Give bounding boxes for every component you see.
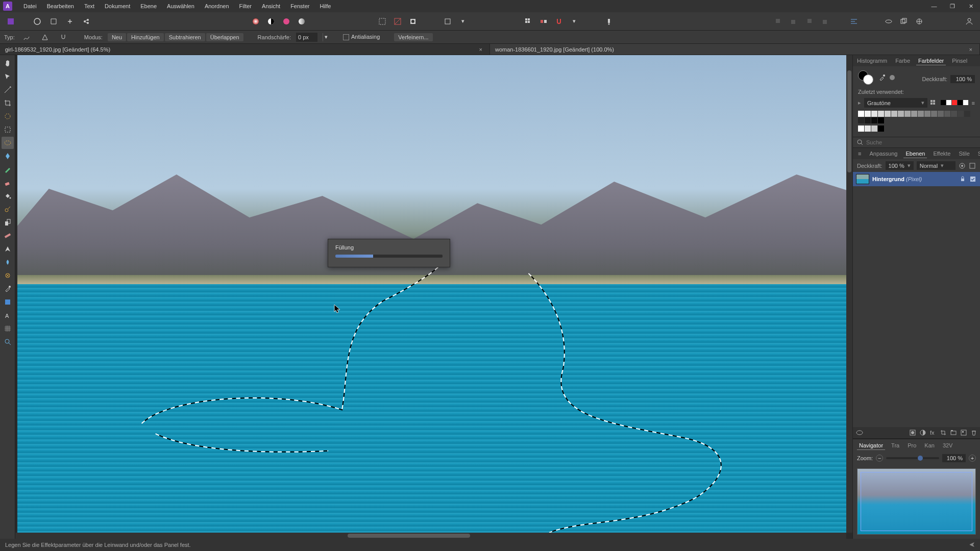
recent-swatch[interactable] [858,126,864,132]
account-button[interactable] [963,15,976,28]
panel-tab-anpassung[interactable]: Anpassung [867,149,899,158]
close-tab-button[interactable]: × [477,46,484,53]
eyedropper-icon[interactable] [878,74,886,81]
quick-mask-button[interactable] [391,15,404,28]
erase-tool[interactable] [2,177,14,189]
add-pixel-layer-icon[interactable] [961,430,967,436]
crop-tool[interactable] [2,97,14,109]
swatch[interactable] [878,111,884,117]
menu-hilfe[interactable]: Hilfe [314,1,336,11]
persona-photo-button[interactable] [31,15,44,28]
panel-tab-stock[interactable]: Stock [976,149,980,158]
split-view-button[interactable] [537,15,550,28]
menu-ansicht[interactable]: Ansicht [257,1,285,11]
freehand-selection-tool[interactable] [2,137,14,149]
layer-mask-icon[interactable] [856,430,863,436]
app-menu-button[interactable] [4,15,17,28]
layer-visible-checkbox[interactable] [969,175,977,183]
arrange-back-button[interactable] [772,15,785,28]
move-tool[interactable] [2,70,14,83]
color-picker-tool[interactable] [2,283,14,295]
add-layer-button[interactable] [882,15,895,28]
swatch[interactable] [865,111,871,117]
menu-datei[interactable]: Datei [18,1,42,11]
refine-button[interactable]: Verfeinern... [394,33,432,41]
menu-ebene[interactable]: Ebene [135,1,162,11]
antialias-checkbox[interactable]: Antialiasing [343,34,380,40]
panel-tab-ebenen[interactable]: Ebenen [903,149,927,158]
swatch[interactable] [924,111,930,117]
palette-dropdown[interactable]: Grautöne [864,98,927,108]
maximize-button[interactable]: ❐ [943,0,962,12]
nav-tab-32v[interactable]: 32V [941,441,955,450]
panel-menu-icon[interactable]: ≡ [858,151,861,157]
menu-filter[interactable]: Filter [234,1,257,11]
mode-subtrahieren[interactable]: Subtrahieren [165,33,205,41]
menu-text[interactable]: Text [79,1,100,11]
panel-tab-pinsel[interactable]: Pinsel [950,57,969,65]
panel-tab-farbe[interactable]: Farbe [893,57,912,65]
stock-button[interactable] [897,15,911,28]
freehand-type-button[interactable] [20,31,33,44]
polygon-type-button[interactable] [38,31,52,44]
delete-layer-icon[interactable] [971,430,977,436]
nav-tab-kan[interactable]: Kan [922,441,937,450]
arrange-forward-button[interactable] [802,15,816,28]
swatch[interactable] [944,111,950,117]
text-tool[interactable]: A [2,309,14,321]
swatch[interactable] [878,117,884,123]
nav-tab-pro[interactable]: Pro [905,441,918,450]
swatch[interactable] [865,117,871,123]
clone-tool[interactable] [2,216,14,229]
zoom-in-button[interactable]: + [969,455,976,462]
refine-mask-button[interactable] [406,15,420,28]
add-mask-icon[interactable] [910,430,916,436]
zoom-out-button[interactable]: − [876,455,883,462]
flood-select-tool[interactable] [2,150,14,162]
layer-lock-icon[interactable] [959,175,967,183]
selection-marquee-button[interactable] [376,15,389,28]
healing-tool[interactable] [2,230,14,242]
swatch[interactable] [958,111,964,117]
menu-dokument[interactable]: Dokument [100,1,135,11]
shape-tool[interactable] [2,296,14,308]
swatch-grid[interactable] [858,111,975,123]
paint-brush-tool[interactable] [2,163,14,176]
menu-bearbeiten[interactable]: Bearbeiten [42,1,79,11]
panel-tab-farbfelder[interactable]: Farbfelder [916,57,946,65]
mode-neu[interactable]: Neu [108,33,126,41]
panel-tab-histogramm[interactable]: Histogramm [855,57,889,65]
swatch[interactable] [858,111,864,117]
swatch[interactable] [858,117,864,123]
persona-liquify-button[interactable] [47,15,60,28]
crop-tool-button[interactable] [441,15,454,28]
color-chooser-button[interactable] [280,15,293,28]
swatch[interactable] [938,111,944,117]
swatch[interactable] [931,111,937,117]
canvas[interactable]: Füllung [17,55,846,533]
smudge-tool[interactable] [2,256,14,268]
arrange-front-button[interactable] [818,15,831,28]
swatch[interactable] [904,111,911,117]
menu-anordnen[interactable]: Anordnen [200,1,234,11]
close-tab-button[interactable]: × [967,46,974,53]
align-button[interactable] [847,15,861,28]
fill-tool[interactable] [2,190,14,202]
persona-export-button[interactable] [80,15,93,28]
swatch[interactable] [891,111,897,117]
layer-extras-icon[interactable] [969,162,976,169]
panel-tab-stile[interactable]: Stile [957,149,971,158]
close-window-button[interactable]: ✕ [962,0,980,12]
swatch[interactable] [871,111,877,117]
horizontal-scrollbar[interactable] [15,533,846,539]
fx-icon[interactable]: fx [930,430,936,436]
recent-swatch[interactable] [871,126,877,132]
mode-überlappen[interactable]: Überlappen [206,33,243,41]
zoom-tool[interactable] [2,336,14,348]
panel-tab-effekte[interactable]: Effekte [931,149,952,158]
menu-fenster[interactable]: Fenster [285,1,314,11]
vertical-scrollbar[interactable] [846,55,852,533]
nav-tab-tra[interactable]: Tra [889,441,901,450]
swatch[interactable] [911,111,917,117]
view-tool[interactable] [2,84,14,96]
